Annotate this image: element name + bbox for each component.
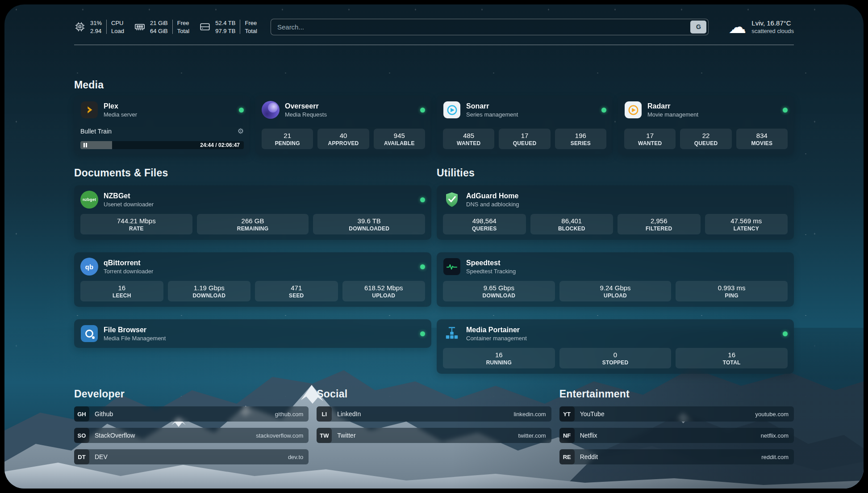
metric-value-bottom: 64 GiB	[150, 28, 168, 34]
app-card-qbittorrent[interactable]: qbqBittorrentTorrent downloader16LEECH1.…	[74, 252, 431, 307]
stat-label: PENDING	[263, 140, 311, 146]
bookmark-name: StackOverflow	[95, 432, 135, 439]
metric-value-bottom: 2.94	[90, 28, 102, 34]
stat-series: 196SERIES	[555, 129, 606, 149]
app-card-header: AdGuard HomeDNS and adblocking	[443, 191, 788, 209]
gear-icon[interactable]: ⚙	[238, 128, 244, 135]
status-dot-online	[601, 108, 606, 113]
stat-wanted: 485WANTED	[443, 129, 494, 149]
app-card-overseerr[interactable]: OverseerrMedia Requests21PENDING40APPROV…	[255, 96, 431, 155]
bookmark-group-title: Developer	[74, 388, 309, 400]
stat-value: 196	[557, 132, 605, 139]
bookmark-reddit[interactable]: RERedditreddit.com	[559, 449, 794, 464]
bookmark-group-title: Entertainment	[559, 388, 794, 400]
app-description: Usenet downloader	[104, 201, 154, 208]
app-card-filebrowser[interactable]: File BrowserMedia File Management	[74, 319, 431, 348]
bookmark-abbr-icon: TW	[317, 428, 332, 443]
stat-value: 471	[257, 284, 336, 292]
bookmark-group-entertainment: EntertainmentYTYouTubeyoutube.comNFNetfl…	[559, 388, 794, 464]
app-stats-row: 498,564QUERIES86,401BLOCKED2,956FILTERED…	[443, 214, 788, 234]
bookmark-twitter[interactable]: TWTwittertwitter.com	[317, 428, 551, 443]
app-name: Overseerr	[285, 102, 327, 110]
stat-label: QUEUED	[501, 140, 548, 146]
app-card-header: SpeedtestSpeedtest Tracking	[443, 258, 788, 276]
stat-label: APPROVED	[319, 140, 367, 146]
metric-value-top: 21 GiB	[150, 20, 168, 26]
section-title-documents: Documents & Files	[74, 167, 431, 179]
stat-label: SERIES	[557, 140, 605, 146]
bookmark-abbr-icon: YT	[559, 406, 575, 422]
search-bar: G	[271, 19, 709, 35]
search-engine-button[interactable]: G	[690, 21, 706, 33]
stat-queries: 498,564QUERIES	[443, 214, 526, 234]
weather-condition: scattered clouds	[751, 28, 794, 34]
stat-value: 2,956	[619, 217, 699, 225]
stat-stopped: 0STOPPED	[559, 348, 672, 368]
overseerr-icon	[262, 101, 280, 119]
stat-label: SEED	[257, 292, 336, 299]
stat-label: DOWNLOAD	[445, 292, 553, 299]
bookmark-name: Twitter	[337, 432, 355, 439]
stat-label: QUERIES	[445, 226, 524, 232]
metric-label-bottom: Total	[245, 28, 257, 34]
stat-value: 16	[82, 284, 162, 292]
metric-cpu: 31%2.94CPULoad	[74, 20, 124, 34]
bookmark-url: netflix.com	[761, 432, 789, 439]
stat-label: BLOCKED	[532, 226, 612, 232]
bookmark-url: github.com	[275, 411, 304, 418]
stat-value: 40	[319, 132, 367, 139]
app-card-nzbget[interactable]: nzbgetNZBGetUsenet downloader744.21 Mbps…	[74, 185, 431, 240]
stat-label: UPLOAD	[344, 292, 424, 299]
bookmark-url: linkedin.com	[513, 411, 546, 418]
app-card-portainer[interactable]: Media PortainerContainer management16RUN…	[437, 319, 794, 374]
app-description: Torrent downloader	[104, 268, 153, 275]
app-description: Media server	[104, 111, 137, 118]
app-card-speedtest[interactable]: SpeedtestSpeedtest Tracking9.65 GbpsDOWN…	[437, 252, 794, 307]
stat-value: 9.65 Gbps	[445, 284, 553, 292]
stat-download: 9.65 GbpsDOWNLOAD	[443, 281, 555, 301]
bookmark-abbr-icon: RE	[559, 449, 575, 464]
metric-ram: 21 GiB64 GiBFreeTotal	[134, 20, 189, 34]
metric-label-bottom: Load	[111, 28, 124, 34]
app-card-radarr[interactable]: RadarrMovie management17WANTED22QUEUED83…	[618, 96, 794, 155]
stat-value: 744.21 Mbps	[82, 217, 191, 225]
bookmark-abbr-icon: DT	[74, 449, 89, 464]
bookmark-netflix[interactable]: NFNetflixnetflix.com	[559, 428, 794, 443]
bookmark-linkedin[interactable]: LILinkedInlinkedin.com	[317, 406, 551, 422]
app-card-header: SonarrSeries management	[443, 101, 606, 119]
header-divider	[74, 45, 794, 45]
playback-time: 24:44 / 02:06:47	[200, 141, 240, 149]
app-card-header: OverseerrMedia Requests	[262, 101, 425, 119]
stat-value: 21	[263, 132, 311, 139]
bookmark-youtube[interactable]: YTYouTubeyoutube.com	[559, 406, 794, 422]
bookmark-github[interactable]: GHGithubgithub.com	[74, 406, 309, 422]
adguard-icon	[443, 191, 461, 209]
status-dot-online	[420, 197, 425, 202]
bookmark-dev[interactable]: DTDEVdev.to	[74, 449, 309, 464]
weather-location: Lviv, 16.87°C	[751, 19, 794, 27]
app-card-header: File BrowserMedia File Management	[80, 325, 425, 343]
status-dot-online	[420, 264, 425, 269]
utilities-apps: AdGuard HomeDNS and adblocking498,564QUE…	[437, 185, 794, 374]
playback-progress-bar[interactable]: 24:44 / 02:06:47	[80, 141, 244, 149]
status-dot-online	[420, 108, 425, 113]
app-card-sonarr[interactable]: SonarrSeries management485WANTED17QUEUED…	[437, 96, 613, 155]
app-name: NZBGet	[104, 192, 154, 200]
stat-download: 1.19 GbpsDOWNLOAD	[168, 281, 251, 301]
stat-label: REMAINING	[199, 226, 307, 232]
stat-label: MOVIES	[738, 140, 786, 146]
pause-icon[interactable]	[83, 141, 87, 149]
app-card-adguard[interactable]: AdGuard HomeDNS and adblocking498,564QUE…	[437, 185, 794, 240]
metric-label-top: Free	[177, 20, 189, 26]
search-input[interactable]	[277, 23, 690, 31]
stat-label: RUNNING	[445, 359, 553, 366]
bookmark-group-social: SocialLILinkedInlinkedin.comTWTwittertwi…	[317, 388, 551, 464]
metric-value-bottom: 97.9 TB	[215, 28, 235, 34]
app-card-header: qbqBittorrentTorrent downloader	[80, 258, 425, 276]
bookmark-url: twitter.com	[518, 432, 546, 439]
app-card-plex[interactable]: PlexMedia serverBullet Train⚙24:44 / 02:…	[74, 96, 250, 155]
media-apps: PlexMedia serverBullet Train⚙24:44 / 02:…	[74, 96, 794, 155]
stat-blocked: 86,401BLOCKED	[530, 214, 613, 234]
bookmark-stackoverflow[interactable]: SOStackOverflowstackoverflow.com	[74, 428, 309, 443]
stat-label: AVAILABLE	[376, 140, 423, 146]
